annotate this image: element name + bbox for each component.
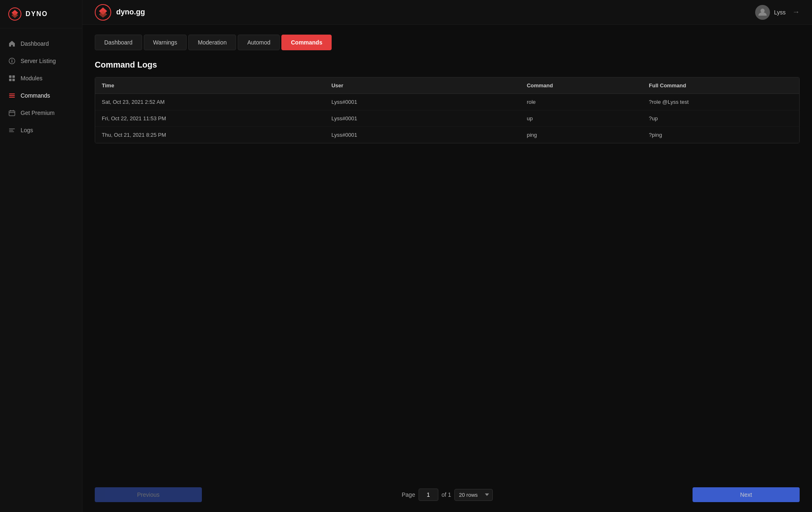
lines-icon xyxy=(8,92,16,99)
svg-rect-7 xyxy=(12,75,15,78)
sidebar-label-commands: Commands xyxy=(21,92,50,99)
svg-point-20 xyxy=(761,9,765,13)
sidebar-label-server-listing: Server Listing xyxy=(21,58,56,64)
page-of: of 1 xyxy=(442,491,451,498)
topbar: dyno.gg Lyss → xyxy=(82,0,812,25)
svg-rect-4 xyxy=(12,60,12,63)
username-label: Lyss xyxy=(774,9,786,16)
table-row: Thu, Oct 21, 2021 8:25 PM Lyss#0001 ping… xyxy=(95,127,799,143)
tab-warnings[interactable]: Warnings xyxy=(144,35,187,50)
previous-button[interactable]: Previous xyxy=(95,487,202,502)
cell-full-command: ?up xyxy=(642,110,799,127)
main-area: dyno.gg Lyss → Dashboard Warnings Modera… xyxy=(82,0,812,512)
sidebar-item-modules[interactable]: Modules xyxy=(0,70,82,87)
topbar-brand: dyno.gg xyxy=(95,4,145,21)
col-header-user: User xyxy=(325,77,520,94)
sidebar-item-commands[interactable]: Commands xyxy=(0,87,82,104)
sidebar-item-dashboard[interactable]: Dashboard xyxy=(0,35,82,52)
cell-full-command: ?role @Lyss test xyxy=(642,94,799,110)
pagination: Previous Page of 1 10 rows20 rows50 rows… xyxy=(95,475,800,502)
cell-command: role xyxy=(520,94,642,110)
cell-full-command: ?ping xyxy=(642,127,799,143)
content-area: Dashboard Warnings Moderation Automod Co… xyxy=(82,25,812,512)
command-logs-table: Time User Command Full Command Sat, Oct … xyxy=(95,77,800,143)
page-label: Page xyxy=(402,491,415,498)
lines-small-icon xyxy=(8,126,16,134)
sidebar-label-logs: Logs xyxy=(21,127,33,133)
table-row: Fri, Oct 22, 2021 11:53 PM Lyss#0001 up … xyxy=(95,110,799,127)
rows-select[interactable]: 10 rows20 rows50 rows100 rows xyxy=(454,489,493,501)
tab-automod[interactable]: Automod xyxy=(238,35,280,50)
sidebar: DYNO Dashboard Server Listing Modules Co… xyxy=(0,0,82,512)
cell-time: Sat, Oct 23, 2021 2:52 AM xyxy=(95,94,325,110)
page-input[interactable] xyxy=(419,489,438,501)
sidebar-nav: Dashboard Server Listing Modules Command… xyxy=(0,28,82,145)
logout-icon[interactable]: → xyxy=(792,8,800,16)
tab-moderation[interactable]: Moderation xyxy=(188,35,236,50)
col-header-time: Time xyxy=(95,77,325,94)
sidebar-logo: DYNO xyxy=(0,0,82,28)
circle-info-icon xyxy=(8,57,16,65)
dyno-logo-icon xyxy=(8,7,21,21)
tab-dashboard[interactable]: Dashboard xyxy=(95,35,142,50)
sidebar-item-logs[interactable]: Logs xyxy=(0,122,82,139)
sidebar-brand-text: DYNO xyxy=(26,10,48,18)
sidebar-label-get-premium: Get Premium xyxy=(21,110,54,116)
col-header-full-command: Full Command xyxy=(642,77,799,94)
pagination-center: Page of 1 10 rows20 rows50 rows100 rows xyxy=(402,489,493,501)
topbar-logo-icon xyxy=(95,4,111,21)
avatar xyxy=(755,5,770,20)
svg-point-5 xyxy=(12,59,12,60)
sidebar-item-server-listing[interactable]: Server Listing xyxy=(0,52,82,70)
grid-icon xyxy=(8,75,16,82)
svg-rect-8 xyxy=(9,79,12,81)
tab-commands[interactable]: Commands xyxy=(281,35,332,50)
next-button[interactable]: Next xyxy=(693,487,800,502)
col-header-command: Command xyxy=(520,77,642,94)
svg-rect-10 xyxy=(9,94,15,94)
svg-rect-15 xyxy=(9,130,13,131)
svg-rect-9 xyxy=(12,79,15,81)
tabs: Dashboard Warnings Moderation Automod Co… xyxy=(95,35,800,50)
page-title: Command Logs xyxy=(95,60,800,70)
calendar-icon xyxy=(8,109,16,117)
cell-user: Lyss#0001 xyxy=(325,127,520,143)
cell-time: Fri, Oct 22, 2021 11:53 PM xyxy=(95,110,325,127)
svg-rect-16 xyxy=(9,131,14,132)
sidebar-item-get-premium[interactable]: Get Premium xyxy=(0,104,82,122)
svg-rect-13 xyxy=(9,111,15,116)
cell-user: Lyss#0001 xyxy=(325,110,520,127)
cell-command: up xyxy=(520,110,642,127)
topbar-server-name: dyno.gg xyxy=(116,8,145,16)
svg-rect-14 xyxy=(9,129,15,129)
cell-command: ping xyxy=(520,127,642,143)
topbar-user: Lyss → xyxy=(755,5,800,20)
sidebar-label-dashboard: Dashboard xyxy=(21,40,49,47)
svg-rect-12 xyxy=(9,97,15,98)
house-icon xyxy=(8,40,16,47)
cell-user: Lyss#0001 xyxy=(325,94,520,110)
cell-time: Thu, Oct 21, 2021 8:25 PM xyxy=(95,127,325,143)
svg-rect-6 xyxy=(9,75,12,78)
sidebar-label-modules: Modules xyxy=(21,75,42,82)
table-row: Sat, Oct 23, 2021 2:52 AM Lyss#0001 role… xyxy=(95,94,799,110)
svg-rect-11 xyxy=(9,95,15,96)
